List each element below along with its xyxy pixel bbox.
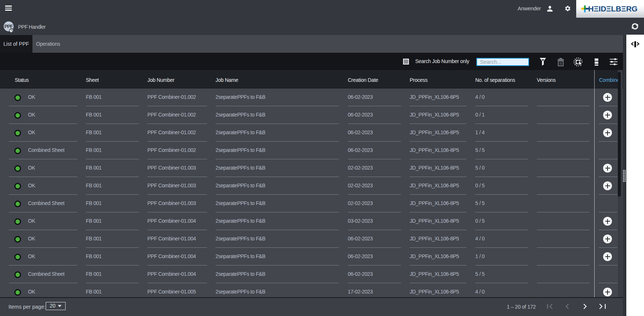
svg-text:HΞIDΞLBΞRG: HΞIDΞLBΞRG bbox=[588, 4, 638, 13]
